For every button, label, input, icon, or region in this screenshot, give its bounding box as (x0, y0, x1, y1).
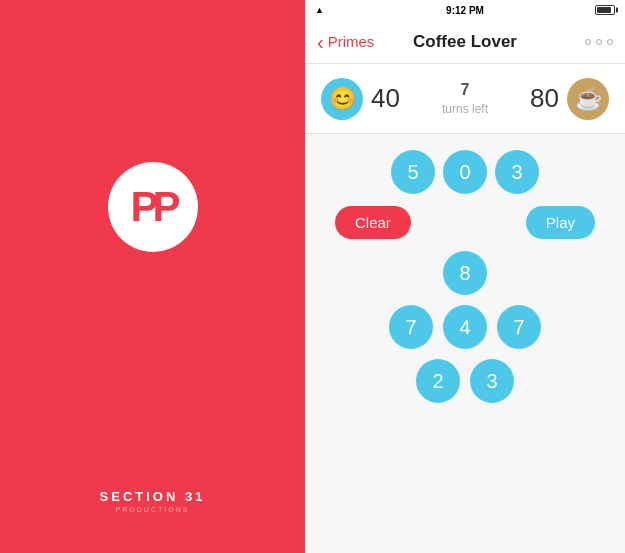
turns-info: 7 turns left (442, 79, 488, 118)
back-label: Primes (328, 33, 375, 50)
player-avatar: 😊 (321, 78, 363, 120)
back-button[interactable]: ‹ Primes (317, 32, 374, 52)
number-tile[interactable]: 7 (497, 305, 541, 349)
game-area: 503 Clear Play 874723 (305, 134, 625, 553)
nav-title: Coffee Lover (413, 32, 517, 52)
selected-tile[interactable]: 5 (391, 150, 435, 194)
coffee-icon: ☕ (575, 86, 602, 112)
section31-branding: SECTION 31 PRODUCTIONS (100, 489, 206, 513)
selected-tile[interactable]: 3 (495, 150, 539, 194)
number-tile[interactable]: 8 (443, 251, 487, 295)
number-grid: 874723 (389, 251, 541, 403)
action-buttons-row: Clear Play (335, 206, 595, 239)
nav-bar: ‹ Primes Coffee Lover (305, 20, 625, 64)
selected-tile[interactable]: 0 (443, 150, 487, 194)
company-sub: PRODUCTIONS (100, 506, 206, 513)
status-time: 9:12 PM (446, 5, 484, 16)
player-left: 😊 40 (321, 78, 400, 120)
nav-options[interactable] (585, 39, 613, 45)
selected-tiles-row: 503 (391, 150, 539, 194)
left-panel: PP SECTION 31 PRODUCTIONS (0, 0, 305, 553)
number-tile[interactable]: 3 (470, 359, 514, 403)
battery-icon (595, 5, 615, 15)
number-tile[interactable]: 7 (389, 305, 433, 349)
grid-row: 23 (416, 359, 514, 403)
grid-row: 747 (389, 305, 541, 349)
grid-row: 8 (443, 251, 487, 295)
battery-fill (597, 7, 611, 13)
score-row: 😊 40 7 turns left 80 ☕ (305, 64, 625, 134)
number-tile[interactable]: 2 (416, 359, 460, 403)
player-score: 40 (371, 83, 400, 114)
number-tile[interactable]: 4 (443, 305, 487, 349)
opponent-avatar: ☕ (567, 78, 609, 120)
status-bar: ▲ 9:12 PM (305, 0, 625, 20)
player-right: 80 ☕ (530, 78, 609, 120)
logo-icon: PP (130, 186, 174, 228)
nav-dot-2 (596, 39, 602, 45)
wifi-icon: ▲ (315, 5, 324, 15)
play-button[interactable]: Play (526, 206, 595, 239)
nav-dot-3 (607, 39, 613, 45)
turns-label: turns left (442, 102, 488, 116)
company-name: SECTION 31 (100, 489, 206, 504)
turns-number: 7 (442, 79, 488, 101)
status-right (595, 5, 615, 15)
clear-button[interactable]: Clear (335, 206, 411, 239)
opponent-score: 80 (530, 83, 559, 114)
back-arrow-icon: ‹ (317, 32, 324, 52)
smiley-icon: 😊 (329, 86, 356, 112)
logo-circle: PP (108, 162, 198, 252)
right-panel: ▲ 9:12 PM ‹ Primes Coffee Lover 😊 4 (305, 0, 625, 553)
nav-dot-1 (585, 39, 591, 45)
